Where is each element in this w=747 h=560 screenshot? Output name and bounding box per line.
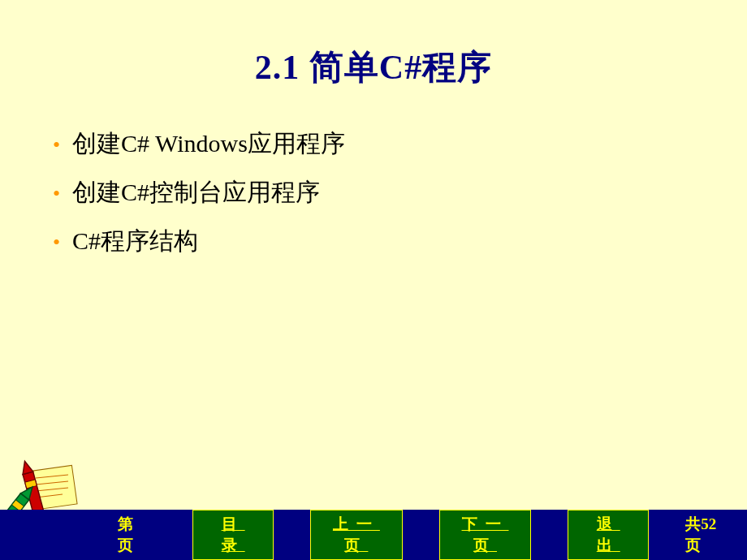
list-item: • 创建C#控制台应用程序 (53, 175, 747, 209)
list-item: • 创建C# Windows应用程序 (53, 127, 747, 161)
list-item: • C#程序结构 (53, 224, 747, 258)
bullet-icon: • (53, 179, 60, 209)
toc-button[interactable]: 目 录 (192, 510, 274, 560)
bullet-icon: • (53, 228, 60, 257)
page-total-number: 52 (701, 515, 716, 532)
bullet-text: 创建C# Windows应用程序 (72, 127, 345, 161)
page-total-suffix: 页 (685, 536, 701, 554)
page-current-label: 第页 (118, 514, 148, 556)
page-total-prefix: 共 (685, 515, 701, 532)
bullet-text: C#程序结构 (72, 224, 198, 258)
footer-nav: 第页 目 录 上一页 下一页 退 出 共52页 (0, 510, 747, 560)
content-area: • 创建C# Windows应用程序 • 创建C#控制台应用程序 • C#程序结… (0, 90, 747, 258)
slide-container: 2.1 简单C#程序 • 创建C# Windows应用程序 • 创建C#控制台应… (0, 0, 747, 560)
next-button[interactable]: 下一页 (439, 510, 532, 560)
prev-button[interactable]: 上一页 (310, 510, 403, 560)
bullet-icon: • (53, 131, 60, 160)
nav-button-group: 目 录 上一页 下一页 退 出 (192, 510, 649, 560)
page-total-label: 共52页 (685, 514, 731, 556)
exit-button[interactable]: 退 出 (568, 510, 649, 560)
slide-title: 2.1 简单C#程序 (0, 0, 747, 90)
bullet-text: 创建C#控制台应用程序 (72, 175, 320, 209)
